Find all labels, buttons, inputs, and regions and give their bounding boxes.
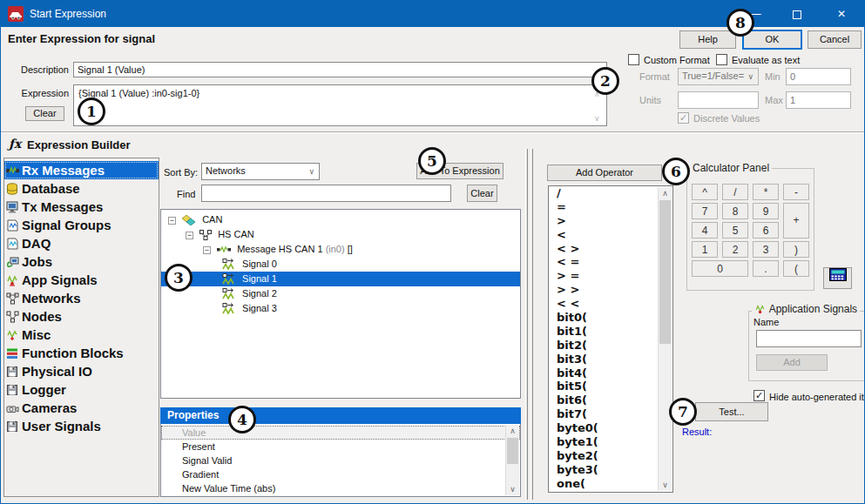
calc-key-1[interactable]: 1 [692, 241, 718, 258]
tree-node-signal-3[interactable]: Signal 3 [161, 301, 520, 316]
tree-node-signal-1[interactable]: Signal 1 [161, 272, 520, 286]
find-clear-button[interactable]: Clear [467, 185, 497, 202]
operator-item[interactable]: / [549, 186, 672, 200]
calc-key-7[interactable]: 7 [692, 203, 718, 219]
sidebar-item-database[interactable]: Database [4, 179, 159, 198]
sidebar-item-cameras[interactable]: Cameras [4, 399, 159, 417]
scroll-up-icon[interactable]: ∧ [659, 187, 672, 199]
operator-item[interactable]: < < [549, 297, 672, 311]
expression-scroll-down-icon[interactable]: ∨ [594, 114, 600, 123]
sidebar-item-logger[interactable]: Logger [4, 380, 159, 399]
expression-input[interactable]: {Signal 1 (Value) :in0-sig1-0} [73, 84, 607, 126]
hide-auto-generated-checkbox[interactable]: ✓ [753, 390, 765, 401]
app-signal-name-input[interactable] [756, 330, 862, 347]
operator-item[interactable]: byte0( [549, 421, 672, 435]
scrollbar-thumb[interactable] [507, 438, 518, 464]
calculator-toggle-button[interactable] [823, 267, 852, 289]
find-input[interactable] [201, 185, 451, 202]
sidebar-item-misc[interactable]: Misc [4, 326, 159, 344]
sidebar-item-tx-messages[interactable]: Tx Messages [4, 198, 159, 216]
sidebar-item-nodes[interactable]: Nodes [4, 307, 159, 326]
operator-item[interactable]: byte3( [549, 463, 672, 477]
calc-key-4[interactable]: 4 [692, 222, 718, 239]
test-button[interactable]: Test... [695, 402, 768, 421]
operator-item[interactable]: bit2( [549, 339, 672, 353]
property-item-present[interactable]: Present [161, 440, 520, 454]
sidebar-item-daq[interactable]: DAQ [4, 234, 159, 252]
property-item-signal-valid[interactable]: Signal Valid [161, 454, 520, 467]
calc-key-6[interactable]: 6 [753, 222, 779, 239]
ok-button[interactable]: OK [742, 30, 802, 50]
calc-key-3[interactable]: 3 [753, 241, 779, 258]
tree-node-signal-0[interactable]: Signal 0 [161, 257, 520, 272]
description-input[interactable] [73, 62, 607, 77]
tree-node-can[interactable]: − CAN [161, 212, 520, 227]
evaluate-as-text-checkbox[interactable] [716, 54, 727, 65]
max-input[interactable] [786, 91, 851, 109]
custom-format-checkbox[interactable] [628, 54, 639, 65]
calc-key-multiply[interactable]: * [753, 184, 779, 200]
add-app-signal-button[interactable]: Add [756, 354, 828, 371]
operator-item[interactable]: bit1( [549, 325, 672, 339]
calc-key-open-paren[interactable]: ( [783, 260, 809, 277]
units-input[interactable] [678, 91, 759, 109]
sidebar-item-app-signals[interactable]: App Signals [4, 271, 159, 289]
operator-item[interactable]: = [549, 200, 672, 214]
operator-item[interactable]: bit4( [549, 366, 672, 380]
operator-item[interactable]: bit6( [549, 393, 672, 407]
vertical-splitter[interactable] [525, 149, 528, 500]
property-item-new-value-time[interactable]: New Value Time (abs) [161, 481, 520, 495]
tree-node-signal-2[interactable]: Signal 2 [161, 286, 520, 301]
calc-key-5[interactable]: 5 [722, 222, 748, 239]
operator-item[interactable]: < = [549, 255, 672, 269]
add-operator-button[interactable]: Add Operator [547, 165, 662, 181]
scroll-down-icon[interactable]: ∨ [659, 479, 672, 491]
operator-scrollbar[interactable]: ∧ ∨ [658, 187, 672, 491]
vertical-splitter-handle[interactable] [530, 149, 533, 500]
maximize-button[interactable] [776, 1, 817, 27]
sidebar-item-physical-io[interactable]: Physical IO [4, 362, 159, 380]
discrete-values-checkbox[interactable]: ✓ [678, 112, 689, 124]
sidebar-item-signal-groups[interactable]: Signal Groups [4, 216, 159, 234]
tree-node-hs-can[interactable]: − HS CAN [161, 227, 520, 242]
collapse-icon[interactable]: − [186, 232, 193, 239]
calc-key-decimal[interactable]: . [753, 260, 779, 277]
scrollbar-thumb[interactable] [659, 200, 671, 344]
min-input[interactable] [786, 68, 851, 85]
collapse-icon[interactable]: − [168, 217, 176, 225]
calc-key-plus[interactable]: + [783, 203, 809, 239]
sidebar-item-function-blocks[interactable]: Function Blocks [4, 344, 159, 362]
property-item-value[interactable]: Value [161, 426, 520, 440]
calc-key-2[interactable]: 2 [722, 241, 748, 258]
operator-item[interactable]: > [549, 214, 672, 228]
sidebar-item-user-signals[interactable]: User Signals [4, 417, 159, 435]
operator-item[interactable]: bit7( [549, 407, 672, 421]
clear-expression-button[interactable]: Clear [25, 106, 64, 121]
collapse-icon[interactable]: − [203, 246, 211, 254]
scroll-up-icon[interactable]: ∧ [506, 425, 519, 437]
operator-item[interactable]: < [549, 228, 672, 242]
scroll-down-icon[interactable]: ∨ [506, 483, 519, 495]
calc-key-0[interactable]: 0 [692, 260, 748, 277]
calc-key-9[interactable]: 9 [753, 203, 779, 219]
calc-key-close-paren[interactable]: ) [783, 241, 809, 258]
sidebar-item-jobs[interactable]: Jobs [4, 252, 159, 271]
properties-scrollbar[interactable]: ∧ ∨ [505, 425, 519, 495]
calc-key-caret[interactable]: ^ [692, 184, 718, 200]
operator-item[interactable]: bit3( [549, 353, 672, 366]
operator-item[interactable]: byte1( [549, 435, 672, 449]
calc-key-divide[interactable]: / [722, 184, 748, 200]
format-dropdown[interactable]: True=1/False= ∨ [678, 68, 759, 85]
sort-by-dropdown[interactable]: Networks ∨ [201, 163, 320, 180]
operator-item[interactable]: > > [549, 283, 672, 297]
help-button[interactable]: Help [679, 30, 736, 49]
close-button[interactable]: ✕ [817, 1, 865, 27]
sidebar-item-rx-messages[interactable]: Rx Messages [4, 161, 159, 179]
operator-item[interactable]: bit5( [549, 380, 672, 393]
tree-node-message-hs-can-1[interactable]: − Message HS CAN 1 (in0) [] [161, 242, 520, 257]
calc-key-8[interactable]: 8 [722, 203, 748, 219]
sidebar-item-networks[interactable]: Networks [4, 289, 159, 307]
cancel-button[interactable]: Cancel [808, 30, 862, 49]
operator-item[interactable]: bit0( [549, 311, 672, 325]
operator-item[interactable]: < > [549, 242, 672, 256]
